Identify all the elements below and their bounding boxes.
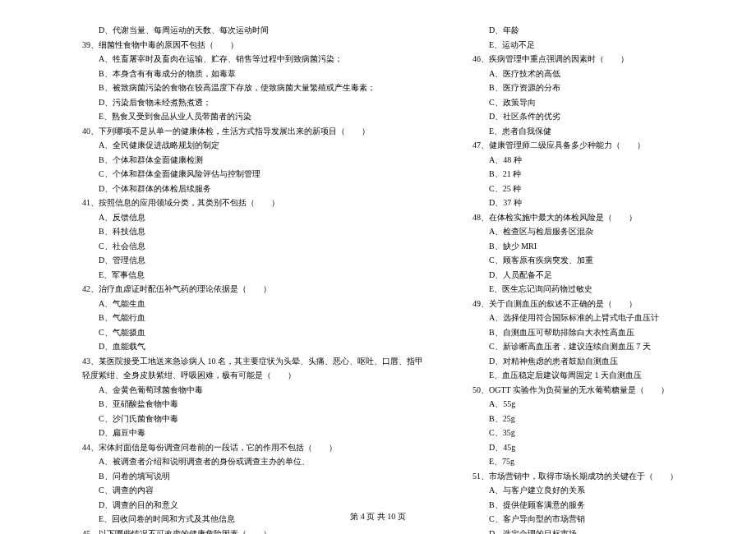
option-text: A、55g (472, 397, 744, 412)
question-text: 49、关于自测血压的叙述不正确的是（ ） (472, 297, 744, 311)
question-text: 50、OGTT 实验作为负荷量的无水葡萄糖量是（ ） (472, 383, 744, 398)
option-text: B、自测血压可帮助排除白大衣性高血压 (472, 325, 744, 340)
option-text: D、选定合理的目标市场 (472, 527, 744, 535)
option-text: E、患者自我保健 (472, 124, 744, 139)
question-text: 51、市场营销中，取得市场长期成功的关键在于（ ） (472, 469, 744, 484)
option-text: D、污染后食物未经煮熟煮透； (82, 95, 423, 110)
option-text: C、气能摄血 (82, 325, 423, 340)
option-text: D、管理信息 (82, 253, 423, 268)
question-continuation: 轻度紫绀、全身皮肤紫绀、呼吸困难，极有可能是（ ） (82, 368, 423, 383)
option-text: E、血压稳定后建议每周固定 1 天自测血压 (472, 368, 744, 383)
option-text: B、问卷的填写说明 (82, 469, 423, 484)
option-text: C、25 种 (472, 182, 744, 196)
question-text: 40、下列哪项不是从单一的健康体检，生活方式指导发展出来的新项目（ ） (82, 124, 423, 139)
question-text: 46、疾病管理中重点强调的因素时（ ） (472, 52, 744, 67)
option-text: D、调查的目的和意义 (82, 498, 423, 513)
option-text: C、顾客原有疾病突发、加重 (472, 253, 744, 268)
option-text: A、反馈信息 (82, 210, 423, 225)
question-text: 44、宋体封面信是每份调查问卷前的一段话，它的作用不包括（ ） (82, 440, 423, 455)
two-column-layout: D、代谢当量、每周运动的天数、每次运动时间 39、细菌性食物中毒的原因不包括（ … (82, 23, 715, 534)
right-column: D、年龄 E、运动不足 46、疾病管理中重点强调的因素时（ ） A、医疗技术的高… (472, 23, 744, 534)
option-text: D、个体和群体的体检后续服务 (82, 182, 423, 196)
option-text: B、气能行血 (82, 311, 423, 325)
option-text: B、提供使顾客满意的服务 (472, 498, 744, 513)
left-column: D、代谢当量、每周运动的天数、每次运动时间 39、细菌性食物中毒的原因不包括（ … (82, 23, 423, 534)
option-text: C、个体和群体全面健康风险评估与控制管理 (82, 167, 423, 182)
option-text: A、牲畜屠宰时及畜肉在运输、贮存、销售等过程中到致病菌污染； (82, 52, 423, 67)
option-text: E、医生忘记询问药物过敏史 (472, 282, 744, 297)
question-text: 45、以下哪些情况不可改变的健康危险因素（ ） (82, 527, 423, 535)
question-text: 41、按照信息的应用领域分类，其类别不包括（ ） (82, 196, 423, 210)
option-text: C、新诊断高血压者，建议连续自测血压 7 天 (472, 339, 744, 354)
option-text: D、37 种 (472, 196, 744, 210)
option-text: A、选择使用符合国际标准的上臂式电子血压计 (472, 311, 744, 325)
option-text: B、个体和群体全面健康检测 (82, 153, 423, 168)
option-text: E、75g (472, 454, 744, 469)
option-text: B、被致病菌污染的食物在较高温度下存放，使致病菌大量繁殖或产生毒素； (82, 81, 423, 95)
option-text: B、25g (472, 412, 744, 426)
option-text: B、缺少 MRI (472, 239, 744, 254)
option-text: C、35g (472, 426, 744, 440)
question-text: 43、某医院接受工地送来急诊病人 10 名，其主要症状为头晕、头痛、恶心、呕吐、… (82, 354, 423, 369)
option-text: D、社区条件的优劣 (472, 109, 744, 124)
option-text: D、血能载气 (82, 339, 423, 354)
option-text: D、对精神焦虑的患者鼓励自测血压 (472, 354, 744, 369)
option-text: A、被调查者介绍和说明调查者的身份或调查主办的单位、 (82, 454, 423, 469)
option-text: A、金黄色葡萄球菌食物中毒 (82, 383, 423, 398)
option-text: B、21 种 (472, 167, 744, 182)
option-text: E、熟食又受到食品从业人员带菌者的污染 (82, 109, 423, 124)
question-text: 47、健康管理师二级应具备多少种能力（ ） (472, 138, 744, 153)
option-text: A、医疗技术的高低 (472, 67, 744, 81)
question-text: 48、在体检实施中最大的体检风险是（ ） (472, 210, 744, 225)
option-text: A、气能生血 (82, 297, 423, 311)
option-text: C、政策导向 (472, 95, 744, 110)
option-text: D、45g (472, 440, 744, 455)
option-text: C、调查的内容 (82, 483, 423, 498)
option-text: E、军事信息 (82, 268, 423, 283)
option-text: D、年龄 (472, 23, 744, 38)
option-text: A、全民健康促进战略规划的制定 (82, 138, 423, 153)
option-text: B、医疗资源的分布 (472, 81, 744, 95)
option-text: C、沙门氏菌食物中毒 (82, 412, 423, 426)
option-text: C、社会信息 (82, 239, 423, 254)
option-text: A、48 种 (472, 153, 744, 168)
option-text: D、代谢当量、每周运动的天数、每次运动时间 (82, 23, 423, 38)
question-text: 42、治疗血虚证时配伍补气药的理论依据是（ ） (82, 282, 423, 297)
option-text: A、与客户建立良好的关系 (472, 483, 744, 498)
question-text: 39、细菌性食物中毒的原因不包括（ ） (82, 38, 423, 53)
page-footer: 第 4 页 共 10 页 (0, 511, 756, 522)
option-text: D、扁豆中毒 (82, 426, 423, 440)
option-text: A、检查区与检后服务区混杂 (472, 224, 744, 239)
option-text: D、人员配备不足 (472, 268, 744, 283)
option-text: B、亚硝酸盐食物中毒 (82, 397, 423, 412)
option-text: E、运动不足 (472, 38, 744, 53)
option-text: B、科技信息 (82, 224, 423, 239)
option-text: B、本身含有有毒成分的物质，如毒蕈 (82, 67, 423, 81)
